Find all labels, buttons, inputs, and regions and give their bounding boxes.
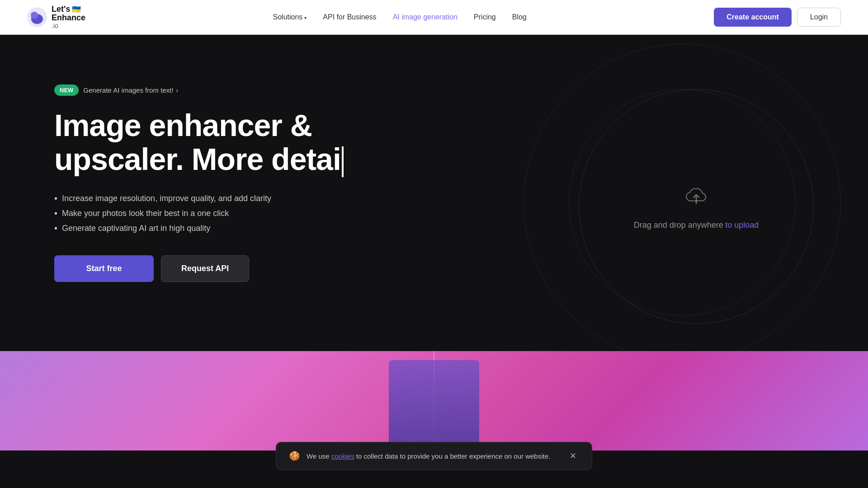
logo-lets: Let's: [52, 5, 70, 14]
nav-pricing[interactable]: Pricing: [474, 13, 496, 21]
nav-blog[interactable]: Blog: [512, 13, 527, 21]
logo-enhance: Enhance: [52, 14, 85, 23]
new-badge: NEW: [54, 84, 79, 96]
hero-left: NEW Generate AI images from text! › Imag…: [54, 71, 416, 282]
new-badge-link[interactable]: Generate AI images from text! ›: [83, 86, 178, 94]
logo-flag: 🇺🇦: [72, 5, 81, 14]
request-api-button[interactable]: Request API: [161, 255, 249, 282]
cookie-text: We use cookies to collect data to provid…: [307, 452, 561, 460]
cookie-icon: 🍪: [289, 450, 300, 461]
nav-api-business[interactable]: API for Business: [323, 13, 376, 21]
navbar: Let's 🇺🇦 Enhance .io Solutions ▾ API for…: [0, 0, 868, 35]
nav-actions: Create account Login: [714, 8, 841, 27]
hero-cta-row: Start free Request API: [54, 255, 416, 282]
logo-text: Let's 🇺🇦 Enhance .io: [52, 5, 85, 30]
bullet-3: Generate captivating AI art in high qual…: [54, 223, 416, 234]
upload-link[interactable]: to upload: [725, 221, 759, 230]
cookie-link[interactable]: cookies: [331, 452, 354, 460]
logo-icon: [27, 7, 47, 27]
cursor-icon: [342, 146, 344, 177]
badge-arrow-icon: ›: [176, 87, 179, 94]
logo-io: .io: [52, 23, 85, 29]
start-free-button[interactable]: Start free: [54, 255, 154, 282]
bullet-2: Make your photos look their best in a on…: [54, 208, 416, 219]
create-account-button[interactable]: Create account: [714, 8, 792, 27]
logo[interactable]: Let's 🇺🇦 Enhance .io: [27, 5, 85, 30]
svg-point-2: [31, 12, 38, 19]
hero-section: NEW Generate AI images from text! › Imag…: [0, 35, 868, 351]
cookie-banner: 🍪 We use cookies to collect data to prov…: [276, 442, 592, 470]
upload-area[interactable]: Drag and drop anywhere to upload: [579, 89, 814, 324]
upload-text: Drag and drop anywhere to upload: [634, 221, 759, 230]
nav-links: Solutions ▾ API for Business AI image ge…: [273, 13, 527, 21]
chevron-down-icon: ▾: [304, 15, 307, 20]
login-button[interactable]: Login: [797, 8, 841, 27]
nav-ai-image[interactable]: AI image generation: [393, 13, 458, 21]
preview-figure: [389, 360, 479, 450]
bottom-preview-section: [0, 351, 868, 450]
cookie-close-button[interactable]: ✕: [567, 451, 579, 461]
bullet-1: Increase image resolution, improve quali…: [54, 193, 416, 204]
hero-title: Image enhancer & upscaler. More detai: [54, 108, 416, 177]
nav-solutions[interactable]: Solutions ▾: [273, 13, 307, 21]
hero-bullets: Increase image resolution, improve quali…: [54, 193, 416, 234]
upload-cloud-icon: [684, 183, 709, 212]
new-badge-row: NEW Generate AI images from text! ›: [54, 84, 416, 96]
hero-right: Drag and drop anywhere to upload: [579, 89, 814, 324]
